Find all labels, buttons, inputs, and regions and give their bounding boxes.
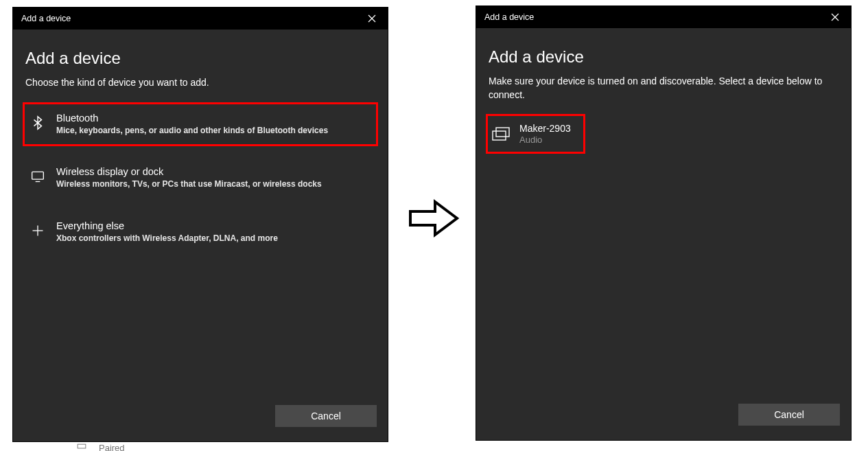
svg-rect-2 [32, 172, 44, 180]
svg-rect-6 [78, 444, 86, 448]
device-name: Maker-2903 [519, 123, 571, 134]
option-text: Wireless display or dock Wireless monito… [56, 166, 369, 190]
add-device-dialog-step1: Add a device Add a device Choose the kin… [12, 7, 388, 442]
option-text: Bluetooth Mice, keyboards, pens, or audi… [56, 113, 369, 137]
device-icon [492, 126, 510, 141]
cancel-button[interactable]: Cancel [275, 405, 377, 427]
monitor-icon [29, 167, 47, 185]
option-title: Wireless display or dock [56, 166, 369, 177]
page-heading: Add a device [489, 47, 841, 67]
page-instruction: Make sure your device is turned on and d… [489, 75, 838, 102]
paired-status-remnant: Paired [74, 443, 125, 451]
option-title: Bluetooth [56, 113, 369, 124]
svg-rect-11 [493, 131, 506, 140]
device-item[interactable]: Maker-2903 Audio [486, 114, 585, 154]
option-desc: Wireless monitors, TVs, or PCs that use … [56, 179, 369, 190]
titlebar: Add a device [476, 6, 851, 28]
device-type: Audio [519, 135, 571, 145]
option-everything-else[interactable]: Everything else Xbox controllers with Wi… [23, 210, 378, 255]
dialog-footer: Cancel [476, 396, 851, 440]
option-bluetooth[interactable]: Bluetooth Mice, keyboards, pens, or audi… [23, 102, 378, 147]
bluetooth-icon [29, 114, 47, 132]
option-desc: Xbox controllers with Wireless Adapter, … [56, 233, 369, 244]
titlebar-text: Add a device [484, 12, 534, 22]
cancel-button[interactable]: Cancel [738, 404, 840, 426]
device-text: Maker-2903 Audio [519, 123, 571, 145]
close-button[interactable] [825, 6, 845, 28]
option-title: Everything else [56, 220, 369, 231]
option-wireless-display[interactable]: Wireless display or dock Wireless monito… [23, 156, 378, 200]
titlebar-text: Add a device [21, 14, 71, 23]
paired-label: Paired [99, 443, 125, 451]
close-button[interactable] [362, 8, 382, 30]
dialog-content: Add a device Choose the kind of device y… [13, 30, 388, 397]
close-icon [831, 13, 839, 21]
plus-icon [29, 222, 47, 240]
dialog-content: Add a device Make sure your device is tu… [476, 28, 851, 396]
svg-rect-10 [496, 128, 509, 137]
arrow-icon [408, 198, 461, 239]
page-instruction: Choose the kind of device you want to ad… [25, 76, 375, 90]
add-device-dialog-step2: Add a device Add a device Make sure your… [476, 5, 852, 441]
page-heading: Add a device [25, 49, 378, 68]
dialog-footer: Cancel [13, 397, 388, 441]
option-text: Everything else Xbox controllers with Wi… [56, 220, 369, 244]
titlebar: Add a device [13, 8, 388, 30]
option-desc: Mice, keyboards, pens, or audio and othe… [56, 126, 369, 137]
close-icon [368, 14, 376, 23]
